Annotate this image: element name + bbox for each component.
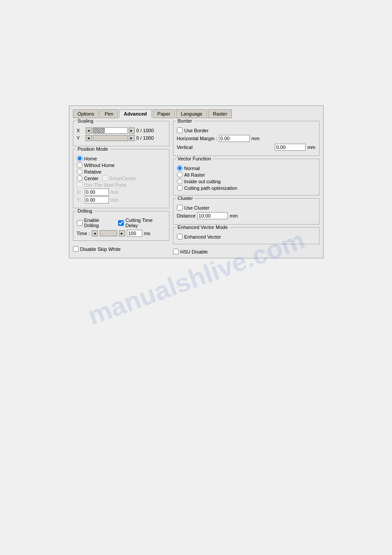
time-row: Time : ◄ ► ms <box>77 230 165 237</box>
disable-skip-white-label: Disable Skip White <box>80 247 121 252</box>
use-border-checkbox[interactable] <box>177 127 183 133</box>
vertical-input[interactable] <box>275 144 306 151</box>
scaling-y-label: Y <box>77 135 86 141</box>
vertical-mm-label: mm <box>307 145 315 150</box>
position-center-radio[interactable] <box>77 175 83 181</box>
position-relative-row: Relative <box>77 169 165 174</box>
scaling-y-slider[interactable] <box>93 135 128 141</box>
enhanced-vector-label: Enhanced Vector <box>184 234 221 239</box>
enhanced-vector-row: Enhanced Vector <box>177 234 316 239</box>
enable-drilling-checkbox[interactable] <box>77 220 83 226</box>
scaling-y-value: 0 / 1000 <box>137 135 154 141</box>
scaling-y-right-btn[interactable]: ► <box>129 135 135 141</box>
tab-bar: Options Pen Advanced Paper Language Rast… <box>73 109 320 118</box>
vf-all-raster-radio[interactable] <box>177 172 183 178</box>
scaling-x-left-btn[interactable]: ◄ <box>86 127 92 134</box>
smart-center-label: SmartCenter <box>109 176 137 181</box>
vertical-label: Vertical <box>177 145 193 150</box>
time-right-btn[interactable]: ► <box>119 230 125 236</box>
enhanced-vector-title: Enhanced Vector Mode <box>176 225 230 230</box>
position-without-home-row: Without Home <box>77 162 165 168</box>
tab-options[interactable]: Options <box>73 109 99 118</box>
position-home-label: Home <box>84 156 97 161</box>
coord-y-label: Y: <box>77 197 85 203</box>
vf-cutting-path-label: Cutting path optimization <box>184 185 237 191</box>
hsu-disable-label: HSU Disable <box>180 249 208 254</box>
use-cluster-checkbox[interactable] <box>177 205 183 210</box>
use-start-point-checkbox <box>77 182 83 188</box>
scaling-x-value: 0 / 1000 <box>137 128 154 133</box>
position-home-radio[interactable] <box>77 156 83 161</box>
drilling-title: Drilling <box>76 208 94 214</box>
vf-cutting-path-radio[interactable] <box>177 185 183 191</box>
cutting-time-delay-checkbox[interactable] <box>118 220 124 226</box>
tab-advanced[interactable]: Advanced <box>119 109 152 118</box>
enable-drilling-label: Enable Drilling <box>84 218 115 228</box>
time-value-input[interactable] <box>127 230 142 237</box>
vf-inside-out-radio[interactable] <box>177 178 183 184</box>
position-home-row: Home <box>77 156 165 161</box>
smart-center-checkbox <box>102 175 108 181</box>
vf-normal-label: Normal <box>184 166 200 171</box>
position-relative-label: Relative <box>84 169 102 174</box>
time-label: Time : <box>77 231 90 236</box>
position-without-home-label: Without Home <box>84 163 115 168</box>
horizontal-margin-row: Horizontal Margin : mm <box>177 135 316 142</box>
scaling-y-left-btn[interactable]: ◄ <box>86 135 92 141</box>
coord-y-mm: mm <box>111 197 119 203</box>
scaling-x-label: X <box>77 128 86 133</box>
disable-skip-white-checkbox[interactable] <box>73 246 79 252</box>
tab-paper[interactable]: Paper <box>153 109 175 118</box>
vector-function-title: Vector Function <box>176 156 213 161</box>
horizontal-mm-label: mm <box>252 136 259 141</box>
border-group: Border Use Border Horizontal Margin : mm… <box>173 121 320 156</box>
coord-y-input[interactable] <box>85 196 109 203</box>
cluster-distance-label: Distance <box>177 213 196 218</box>
horizontal-margin-input[interactable] <box>219 135 250 142</box>
position-mode-group: Position Mode Home Without Home Relative <box>73 149 169 208</box>
use-start-point-label: Use The Start Point <box>84 182 126 188</box>
hsu-disable-checkbox[interactable] <box>173 249 179 254</box>
coord-x-row: X: mm <box>77 189 165 196</box>
tab-language[interactable]: Language <box>176 109 207 118</box>
position-center-label: Center <box>84 176 99 181</box>
coord-x-mm: mm <box>111 189 119 195</box>
coord-y-row: Y: mm <box>77 196 165 203</box>
coord-x-label: X: <box>77 189 85 195</box>
position-relative-radio[interactable] <box>77 169 83 174</box>
drilling-options-row: Enable Drilling Cutting Time Delay <box>77 218 165 228</box>
cluster-mm-label: mm <box>230 213 237 218</box>
use-border-row: Use Border <box>177 127 316 133</box>
scaling-group: Scaling X ◄ ► 0 / 1000 Y <box>73 121 169 146</box>
scaling-y-row: Y ◄ ► 0 / 1000 <box>77 135 165 141</box>
left-column: Scaling X ◄ ► 0 / 1000 Y <box>73 121 169 254</box>
tab-pen[interactable]: Pen <box>100 109 118 118</box>
vf-normal-row: Normal <box>177 165 316 171</box>
border-title: Border <box>176 118 194 123</box>
vf-inside-out-row: Inside out cutting <box>177 178 316 184</box>
tab-raster[interactable]: Raster <box>208 109 232 118</box>
time-left-btn[interactable]: ◄ <box>92 230 98 236</box>
scaling-x-right-btn[interactable]: ► <box>129 127 135 134</box>
vf-normal-radio[interactable] <box>177 165 183 171</box>
position-mode-title: Position Mode <box>76 146 110 152</box>
vertical-row: Vertical mm <box>177 144 316 151</box>
time-ms-label: ms <box>144 231 151 236</box>
enhanced-vector-checkbox[interactable] <box>177 234 183 239</box>
scaling-x-slider[interactable] <box>93 127 128 134</box>
content-area: Scaling X ◄ ► 0 / 1000 Y <box>73 121 320 254</box>
right-column: Border Use Border Horizontal Margin : mm… <box>173 121 320 254</box>
vf-all-raster-row: All Raster <box>177 172 316 178</box>
disable-skip-white-row: Disable Skip White <box>73 246 169 252</box>
cluster-group: Cluster Use Cluster Distance mm <box>173 198 320 225</box>
cluster-distance-row: Distance mm <box>177 212 316 219</box>
cluster-distance-input[interactable] <box>197 212 228 219</box>
vf-all-raster-label: All Raster <box>184 172 205 178</box>
vf-inside-out-label: Inside out cutting <box>184 179 221 184</box>
position-without-home-radio[interactable] <box>77 162 83 168</box>
coord-x-input[interactable] <box>85 189 109 196</box>
horizontal-margin-label: Horizontal Margin : <box>177 136 217 141</box>
vf-cutting-path-row: Cutting path optimization <box>177 185 316 191</box>
cluster-title: Cluster <box>176 196 195 201</box>
vector-function-group: Vector Function Normal All Raster Inside… <box>173 159 320 196</box>
